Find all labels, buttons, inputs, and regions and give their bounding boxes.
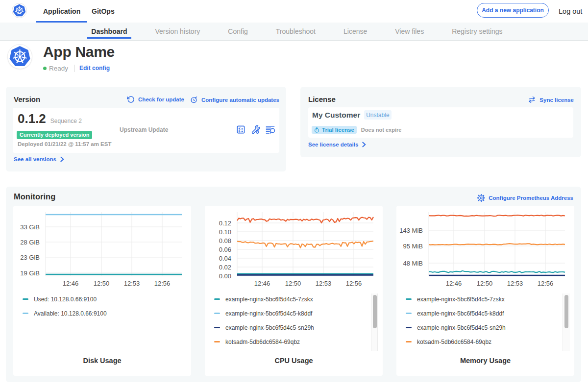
- svg-text:12:56: 12:56: [538, 280, 554, 287]
- svg-text:95 MiB: 95 MiB: [403, 243, 423, 250]
- svg-text:0.02: 0.02: [219, 264, 231, 271]
- svg-text:33 GiB: 33 GiB: [20, 223, 40, 231]
- svg-text:28 GiB: 28 GiB: [20, 239, 40, 246]
- svg-text:12:50: 12:50: [477, 280, 493, 287]
- svg-text:143 MiB: 143 MiB: [399, 227, 423, 234]
- svg-text:23 GiB: 23 GiB: [20, 254, 40, 261]
- svg-text:19 GiB: 19 GiB: [20, 269, 40, 277]
- svg-text:0.00: 0.00: [219, 272, 231, 280]
- svg-text:0.06: 0.06: [219, 246, 231, 253]
- svg-text:0.10: 0.10: [219, 228, 231, 236]
- svg-text:0.12: 0.12: [219, 219, 231, 227]
- svg-text:12:50: 12:50: [285, 280, 301, 287]
- svg-text:12:50: 12:50: [94, 280, 110, 287]
- svg-text:12:53: 12:53: [316, 280, 332, 287]
- svg-text:0.08: 0.08: [219, 237, 231, 244]
- svg-text:12:53: 12:53: [507, 280, 523, 287]
- svg-text:12:53: 12:53: [124, 280, 140, 287]
- svg-text:12:56: 12:56: [154, 280, 171, 287]
- svg-text:12:56: 12:56: [346, 280, 362, 287]
- svg-text:12:46: 12:46: [446, 280, 462, 287]
- svg-text:12:46: 12:46: [63, 280, 79, 287]
- svg-text:0.04: 0.04: [219, 255, 231, 262]
- svg-text:12:46: 12:46: [254, 280, 270, 287]
- svg-text:48 MiB: 48 MiB: [403, 260, 423, 267]
